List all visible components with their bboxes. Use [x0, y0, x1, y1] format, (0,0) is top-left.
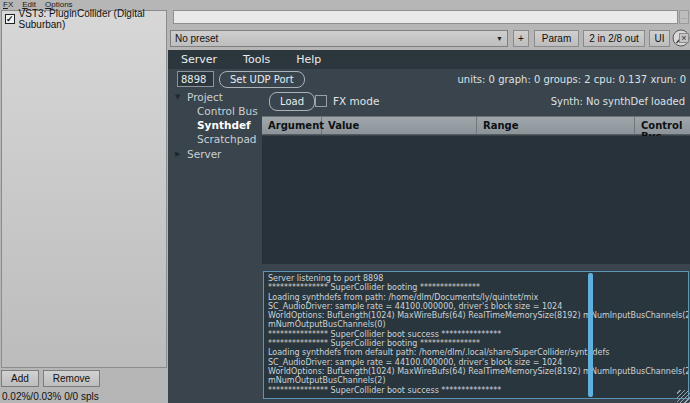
fx-enabled-checkbox[interactable]: ✓: [5, 14, 15, 24]
plugincollider-ui: Server Tools Help Set UDP Port units: 0 …: [168, 50, 690, 403]
io-routing-button[interactable]: 2 in 2/8 out: [583, 30, 645, 47]
tree-item-synthdef[interactable]: Synthdef: [168, 118, 261, 132]
log-line: Loading synthdefs from path: /home/dlm/D…: [268, 293, 684, 302]
log-line: SC_AudioDriver: sample rate = 44100.0000…: [268, 302, 684, 311]
column-value[interactable]: Value: [322, 117, 477, 134]
preset-dropdown[interactable]: No preset ▼: [170, 30, 508, 47]
log-scrollbar[interactable]: [588, 273, 593, 397]
tree-label: Control Bus: [197, 105, 258, 117]
set-udp-port-button[interactable]: Set UDP Port: [219, 71, 305, 88]
fx-mode-control[interactable]: FX mode: [315, 95, 379, 107]
plugin-menu-server[interactable]: Server: [181, 53, 217, 66]
tree-item-scratchpad[interactable]: Scratchpad: [168, 132, 261, 146]
bypass-close-icon[interactable]: ×: [679, 33, 689, 43]
remove-fx-button[interactable]: Remove: [43, 370, 100, 387]
plugin-menu-help[interactable]: Help: [296, 53, 321, 66]
fx-comment-input[interactable]: [173, 10, 678, 24]
plugin-menu-tools[interactable]: Tools: [243, 53, 270, 66]
argument-table-header: Argument Value Range Control Bus: [262, 116, 690, 135]
chevron-down-icon: ▼: [496, 35, 503, 42]
tree-label: Project: [187, 91, 223, 103]
menu-fx[interactable]: FX: [3, 0, 13, 9]
project-tree: ▼ Project Control Bus Synthdef Scratchpa…: [168, 90, 261, 161]
fx-list[interactable]: ✓ VST3: PluginCollider (Digital Suburban…: [1, 10, 167, 368]
save-preset-button[interactable]: +: [513, 30, 529, 47]
log-line: mNumOutputBusChannels(2): [268, 376, 684, 385]
tree-label-selected: Synthdef: [197, 119, 251, 131]
fx-chain-window: FX Edit Options ✓ VST3: PluginCollider (…: [0, 0, 690, 403]
tree-expanded-icon[interactable]: ▼: [175, 93, 187, 101]
resize-grip-icon[interactable]: [677, 390, 690, 403]
synth-status: Synth: No synthDef loaded: [551, 96, 685, 107]
column-range[interactable]: Range: [477, 117, 635, 134]
fx-item-label: VST3: PluginCollider (Digital Suburban): [19, 8, 166, 30]
preset-value: No preset: [175, 33, 218, 44]
log-line: mNumOutputBusChannels(0): [268, 320, 684, 329]
tree-label: Scratchpad: [197, 133, 257, 145]
load-synthdef-button[interactable]: Load: [269, 92, 315, 111]
tree-item-server[interactable]: ▶ Server: [168, 147, 261, 161]
plugin-menubar: Server Tools Help: [168, 50, 690, 69]
log-line: *************** SuperCollider booting **…: [268, 339, 684, 348]
log-line: *************** SuperCollider boot succe…: [268, 330, 684, 339]
tree-item-project[interactable]: ▼ Project: [168, 90, 261, 104]
fx-list-item[interactable]: ✓ VST3: PluginCollider (Digital Suburban…: [2, 11, 166, 26]
column-control-bus[interactable]: Control Bus: [635, 117, 690, 134]
fx-chain-panel: ✓ VST3: PluginCollider (Digital Suburban…: [0, 9, 168, 403]
fx-performance-status: 0.02%/0.03% 0/0 spls: [2, 391, 99, 402]
log-line: *************** SuperCollider boot succe…: [268, 386, 684, 395]
server-log[interactable]: Server listening to port 8898 **********…: [263, 271, 689, 399]
tree-item-control-bus[interactable]: Control Bus: [168, 104, 261, 118]
column-argument[interactable]: Argument: [262, 117, 322, 134]
fx-toolbar: ... No preset ▼ + Param 2 in 2/8 out UI …: [168, 0, 690, 50]
log-line: SC_AudioDriver: sample rate = 44100.0000…: [268, 358, 684, 367]
more-button[interactable]: ...: [679, 10, 689, 24]
log-line: WorldOptions: BufLength(1024) MaxWireBuf…: [268, 367, 684, 376]
server-stats-readout: units: 0 graph: 0 groups: 2 cpu: 0.137 x…: [457, 74, 686, 85]
fx-mode-checkbox[interactable]: [315, 95, 327, 107]
log-line: Loading synthdefs from default path: /ho…: [268, 348, 684, 357]
ui-toggle-button[interactable]: UI: [649, 30, 670, 47]
add-fx-button[interactable]: Add: [1, 370, 39, 387]
tree-collapsed-icon[interactable]: ▶: [175, 150, 187, 158]
udp-port-input[interactable]: [177, 71, 214, 87]
tree-label: Server: [187, 148, 221, 160]
log-line: Server listening to port 8898: [268, 274, 684, 283]
log-line: *************** SuperCollider booting **…: [268, 283, 684, 292]
fx-mode-label: FX mode: [333, 95, 379, 107]
log-line: WorldOptions: BufLength(1024) MaxWireBuf…: [268, 311, 684, 320]
argument-table-body[interactable]: [262, 136, 690, 264]
param-button[interactable]: Param: [534, 30, 579, 47]
